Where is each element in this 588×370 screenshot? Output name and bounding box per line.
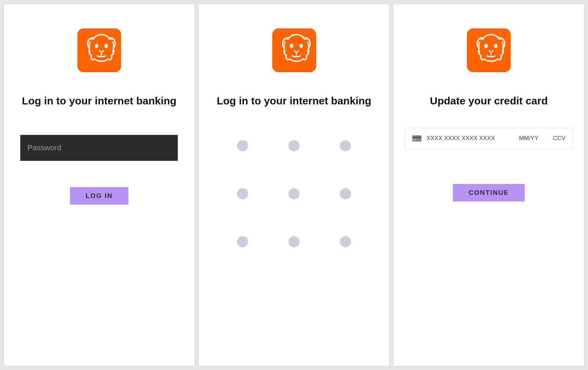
login-title: Log in to your internet banking bbox=[22, 95, 177, 107]
lion-icon bbox=[272, 28, 316, 72]
pattern-dot-6[interactable] bbox=[340, 188, 351, 199]
card-expiry-input[interactable] bbox=[515, 135, 543, 142]
svg-point-8 bbox=[494, 44, 498, 48]
pattern-lock-grid[interactable] bbox=[237, 140, 351, 247]
password-input[interactable] bbox=[20, 135, 178, 161]
bank-lion-logo bbox=[272, 28, 316, 72]
svg-rect-11 bbox=[413, 139, 416, 140]
svg-rect-9 bbox=[412, 135, 421, 142]
continue-button[interactable]: Continue bbox=[453, 184, 525, 201]
pattern-dot-2[interactable] bbox=[288, 140, 300, 151]
card-cvv-input[interactable] bbox=[548, 135, 566, 142]
svg-point-2 bbox=[104, 44, 108, 48]
login-title: Log in to your internet banking bbox=[217, 95, 371, 107]
login-button[interactable]: Log In bbox=[70, 187, 128, 205]
pattern-dot-4[interactable] bbox=[237, 188, 248, 199]
update-card-title: Update your credit card bbox=[430, 95, 548, 107]
pattern-dot-9[interactable] bbox=[340, 236, 351, 247]
card-number-input[interactable] bbox=[427, 135, 510, 142]
lion-icon bbox=[77, 28, 121, 72]
svg-point-1 bbox=[95, 44, 98, 48]
bank-lion-logo bbox=[77, 28, 121, 72]
lion-icon bbox=[467, 28, 511, 72]
svg-rect-10 bbox=[412, 137, 421, 138]
pattern-dot-3[interactable] bbox=[340, 140, 351, 151]
bank-lion-logo bbox=[467, 28, 511, 72]
login-password-panel: Log in to your internet banking Log In bbox=[4, 4, 195, 366]
credit-card-icon bbox=[412, 135, 421, 142]
svg-point-5 bbox=[299, 44, 303, 48]
svg-point-4 bbox=[290, 44, 293, 48]
login-pattern-panel: Log in to your internet banking bbox=[198, 4, 390, 366]
pattern-dot-5[interactable] bbox=[288, 188, 300, 199]
svg-point-7 bbox=[484, 44, 488, 48]
card-input-row bbox=[405, 128, 573, 149]
pattern-dot-8[interactable] bbox=[288, 236, 300, 247]
update-card-panel: Update your credit card Continue bbox=[393, 4, 584, 366]
pattern-dot-1[interactable] bbox=[237, 140, 248, 151]
pattern-dot-7[interactable] bbox=[237, 236, 248, 247]
